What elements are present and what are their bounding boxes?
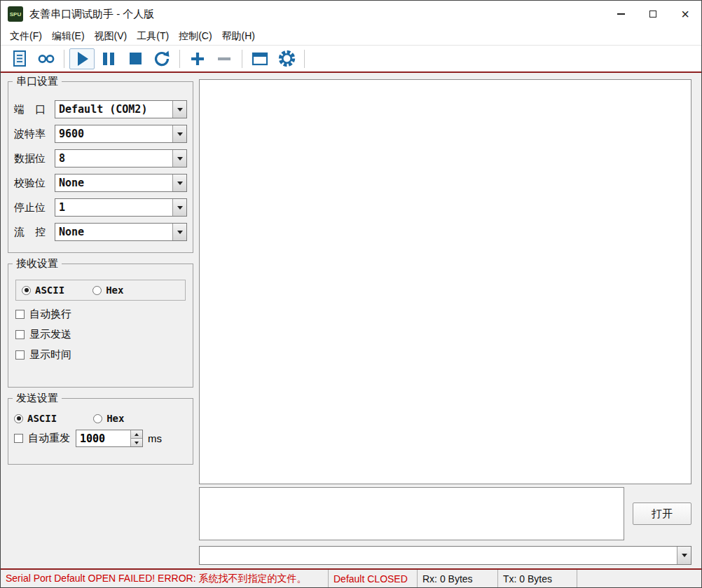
stopbits-label: 停止位 <box>14 201 55 214</box>
pause-button[interactable] <box>96 48 121 69</box>
stopbits-select[interactable]: 1 <box>55 198 187 217</box>
play-icon <box>74 50 90 68</box>
flowcontrol-label: 流 控 <box>14 226 55 239</box>
stop-button[interactable] <box>123 48 148 69</box>
titlebar: SPU 友善串口调试助手 - 个人版 × <box>1 1 701 27</box>
checkbox-unchecked-icon <box>15 350 25 360</box>
statusbar: Serial Port Default OPEN FAILED! ERROR: … <box>1 568 701 587</box>
menu-edit[interactable]: 编辑(E) <box>47 28 90 45</box>
databits-label: 数据位 <box>14 152 55 165</box>
databits-row: 数据位 8 <box>14 149 187 167</box>
send-settings-group: 发送设置 ASCII Hex 自动重发 1000 <box>8 398 193 465</box>
send-settings-title: 发送设置 <box>13 392 62 405</box>
menu-help[interactable]: 帮助(H) <box>217 28 260 45</box>
serial-settings-title: 串口设置 <box>13 75 62 88</box>
port-select[interactable]: Default (COM2) <box>55 100 187 118</box>
record-button[interactable] <box>34 48 59 69</box>
databits-select[interactable]: 8 <box>55 149 187 167</box>
showtime-checkbox-row[interactable]: 显示时间 <box>15 348 186 362</box>
baudrate-dropdown-button[interactable] <box>172 125 186 142</box>
chevron-down-icon <box>177 182 183 185</box>
send-history-value <box>200 547 677 564</box>
send-history-combo[interactable] <box>199 546 691 565</box>
status-filler <box>577 570 701 587</box>
send-hex-radio[interactable]: Hex <box>93 413 124 424</box>
toolbar-separator <box>64 50 64 68</box>
notes-button[interactable] <box>7 48 32 69</box>
menu-file[interactable]: 文件(F) <box>5 28 47 45</box>
new-window-icon <box>251 50 269 68</box>
record-icon <box>36 50 56 68</box>
menubar: 文件(F) 编辑(E) 视图(V) 工具(T) 控制(C) 帮助(H) <box>1 27 701 46</box>
resend-interval-stepper[interactable]: 1000 <box>76 430 143 447</box>
chevron-down-icon <box>177 108 183 111</box>
add-button[interactable] <box>185 48 210 69</box>
auto-resend-checkbox[interactable] <box>14 434 23 443</box>
databits-dropdown-button[interactable] <box>172 150 186 167</box>
showtime-label: 显示时间 <box>29 348 71 362</box>
status-connection: Default CLOSED <box>329 570 418 587</box>
send-ascii-radio[interactable]: ASCII <box>14 413 57 424</box>
port-row: 端 口 Default (COM2) <box>14 100 187 118</box>
flowcontrol-select[interactable]: None <box>55 223 187 241</box>
settings-button[interactable] <box>274 48 299 69</box>
receive-ascii-radio[interactable]: ASCII <box>22 285 64 296</box>
app-icon: SPU <box>8 6 23 22</box>
toolbar-separator <box>304 50 305 68</box>
receive-display[interactable] <box>199 79 691 484</box>
flowcontrol-row: 流 控 None <box>14 223 187 241</box>
chevron-down-icon <box>682 554 687 557</box>
receive-hex-radio[interactable]: Hex <box>92 285 123 296</box>
start-button[interactable] <box>69 48 95 69</box>
databits-value: 8 <box>55 150 172 167</box>
chevron-down-icon <box>177 157 183 160</box>
parity-select[interactable]: None <box>55 174 187 192</box>
baudrate-select[interactable]: 9600 <box>55 125 187 143</box>
baudrate-row: 波特率 9600 <box>14 125 187 143</box>
chevron-down-icon <box>177 206 183 210</box>
flowcontrol-value: None <box>55 224 172 240</box>
settings-icon <box>277 49 296 68</box>
radio-unchecked-icon <box>93 414 102 423</box>
send-hex-label: Hex <box>106 413 124 424</box>
stopbits-row: 停止位 1 <box>14 198 187 217</box>
stepper-up-button[interactable] <box>131 430 142 439</box>
stepper-arrows <box>130 430 142 446</box>
maximize-button[interactable] <box>637 1 669 27</box>
receive-settings-group: 接收设置 ASCII Hex 自动换行 <box>8 264 193 388</box>
content: 串口设置 端 口 Default (COM2) 波特率 9600 <box>1 73 701 568</box>
chevron-down-icon <box>177 132 183 136</box>
menu-tools[interactable]: 工具(T) <box>132 28 174 45</box>
send-history-dropdown-button[interactable] <box>677 547 691 564</box>
stopbits-dropdown-button[interactable] <box>172 199 186 216</box>
chevron-up-icon <box>135 433 139 436</box>
send-input[interactable] <box>199 487 624 540</box>
new-window-button[interactable] <box>247 48 273 69</box>
close-icon: × <box>681 7 689 21</box>
autowrap-label: 自动换行 <box>29 308 71 321</box>
remove-button[interactable] <box>212 48 237 69</box>
parity-dropdown-button[interactable] <box>172 175 186 191</box>
refresh-icon <box>153 50 171 68</box>
send-row: 打开 <box>199 487 691 540</box>
menu-control[interactable]: 控制(C) <box>174 28 216 45</box>
resend-unit-label: ms <box>148 432 162 444</box>
autowrap-checkbox-row[interactable]: 自动换行 <box>15 308 186 321</box>
radio-checked-icon <box>22 286 31 295</box>
minimize-button[interactable] <box>605 1 637 27</box>
baudrate-value: 9600 <box>55 125 172 142</box>
menu-view[interactable]: 视图(V) <box>90 28 132 45</box>
parity-value: None <box>55 175 172 191</box>
open-port-button[interactable]: 打开 <box>633 502 691 525</box>
port-dropdown-button[interactable] <box>172 101 186 118</box>
stepper-down-button[interactable] <box>131 439 142 446</box>
auto-resend-row: 自动重发 1000 ms <box>14 430 187 447</box>
stopbits-value: 1 <box>55 199 172 216</box>
flowcontrol-dropdown-button[interactable] <box>172 224 186 240</box>
chevron-down-icon <box>135 442 139 444</box>
refresh-button[interactable] <box>149 48 174 69</box>
showsend-label: 显示发送 <box>29 328 71 341</box>
close-button[interactable]: × <box>669 1 701 27</box>
chevron-down-icon <box>177 231 183 234</box>
showsend-checkbox-row[interactable]: 显示发送 <box>15 328 186 341</box>
